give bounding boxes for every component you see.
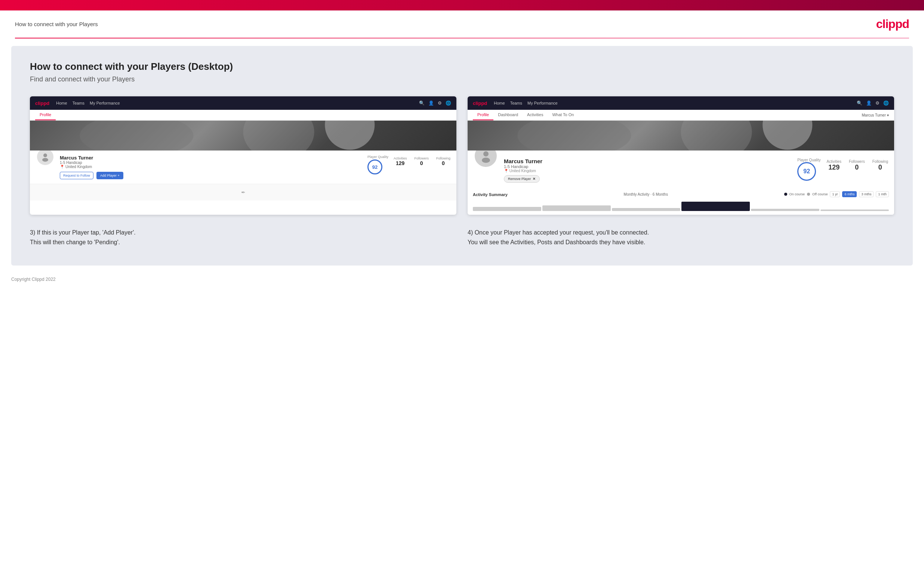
settings-icon-right[interactable]: ⚙ (876, 100, 880, 106)
quality-circle-left: 92 (367, 160, 382, 174)
nav-right-left: 🔍 👤 ⚙ 🌐 (419, 100, 451, 106)
globe-icon-right[interactable]: 🌐 (883, 100, 889, 106)
logo: clippd (876, 17, 909, 31)
on-course-dot (784, 193, 787, 196)
profile-banner-right (468, 121, 894, 150)
quality-label-right: Player Quality (797, 158, 821, 162)
time-1mth-btn[interactable]: 1 mth (876, 191, 889, 197)
tab-profile-right[interactable]: Profile (473, 110, 493, 120)
svg-point-3 (482, 158, 490, 163)
activity-summary: Activity Summary Monthly Activity · 6 Mo… (468, 187, 894, 215)
app-nav-right: clippd Home Teams My Performance 🔍 👤 ⚙ 🌐 (468, 96, 894, 110)
chart-bar-4 (682, 201, 750, 211)
breadcrumb: How to connect with your Players (15, 21, 98, 27)
search-icon-right[interactable]: 🔍 (857, 100, 862, 106)
nav-logo-left: clippd (35, 100, 49, 106)
nav-logo-right: clippd (473, 100, 487, 106)
header: How to connect with your Players clippd (0, 10, 924, 38)
activity-header: Activity Summary Monthly Activity · 6 Mo… (473, 191, 889, 198)
off-course-dot (807, 193, 810, 196)
screenshots-row: clippd Home Teams My Performance 🔍 👤 ⚙ 🌐… (30, 96, 894, 215)
add-player-label: Add Player + (100, 174, 120, 177)
tabs-group-right: Profile Dashboard Activities What To On (473, 110, 578, 120)
action-buttons-left: Request to Follow Add Player + (60, 172, 362, 179)
activity-controls: On course Off course 1 yr 6 mths 3 mths … (784, 191, 889, 197)
descriptions-row: 3) If this is your Player tap, 'Add Play… (30, 228, 894, 247)
profile-banner-left (30, 121, 456, 150)
tab-bar-right: Profile Dashboard Activities What To On … (468, 110, 894, 121)
nav-performance-left[interactable]: My Performance (90, 101, 120, 105)
description-text-left: 3) If this is your Player tap, 'Add Play… (30, 228, 456, 247)
tab-bar-left: Profile (30, 110, 456, 121)
time-3mths-btn[interactable]: 3 mths (859, 191, 874, 197)
player-name-left: Marcus Turner (60, 155, 362, 161)
player-name-right: Marcus Turner (504, 158, 791, 164)
add-player-button[interactable]: Add Player + (97, 172, 123, 179)
settings-icon-left[interactable]: ⚙ (438, 100, 442, 106)
tab-profile-left[interactable]: Profile (35, 110, 56, 120)
stat-followers-right: Followers 0 (849, 160, 865, 171)
page-subtitle: Find and connect with your Players (30, 76, 894, 83)
activity-chart (473, 201, 889, 211)
country-left: 📍 United Kingdom (60, 165, 362, 169)
nav-teams-left[interactable]: Teams (73, 101, 84, 105)
on-course-label: On course (790, 192, 805, 196)
close-icon-remove: ✕ (533, 177, 536, 181)
user-icon-left[interactable]: 👤 (428, 100, 434, 106)
description-left: 3) If this is your Player tap, 'Add Play… (30, 228, 456, 247)
globe-icon-left[interactable]: 🌐 (446, 100, 451, 106)
screenshot-left: clippd Home Teams My Performance 🔍 👤 ⚙ 🌐… (30, 96, 456, 215)
nav-performance-right[interactable]: My Performance (527, 101, 558, 105)
remove-player-label: Remove Player (508, 177, 531, 181)
remove-player-button[interactable]: Remove Player ✕ (504, 175, 540, 183)
banner-overlay-left (30, 121, 456, 150)
chart-bar-3 (612, 208, 680, 211)
chart-bar-1 (473, 207, 541, 211)
copyright: Copyright Clippd 2022 (11, 277, 56, 282)
nav-home-left[interactable]: Home (56, 101, 67, 105)
off-course-label: Off course (812, 192, 827, 196)
profile-section-right: Marcus Turner 1-5 Handicap 📍 United King… (468, 150, 894, 187)
profile-top-left: Marcus Turner 1-5 Handicap 📍 United King… (36, 155, 451, 179)
stats-left: Activities 129 Followers 0 Following 0 (394, 156, 451, 166)
handicap-right: 1-5 Handicap (504, 164, 791, 169)
chart-bar-2 (542, 205, 611, 211)
request-follow-button[interactable]: Request to Follow (60, 172, 94, 179)
country-right: 📍 United Kingdom (504, 169, 791, 173)
description-right: 4) Once your Player has accepted your re… (468, 228, 894, 247)
svg-point-1 (42, 158, 48, 162)
svg-point-2 (483, 151, 489, 156)
activity-title: Activity Summary (473, 192, 507, 197)
time-1yr-btn[interactable]: 1 yr (830, 191, 840, 197)
svg-point-0 (44, 153, 47, 157)
nav-home-right[interactable]: Home (494, 101, 505, 105)
stat-activities-right: Activities 129 (827, 160, 842, 171)
chart-bar-6 (821, 210, 889, 211)
stat-followers-left: Followers 0 (414, 156, 429, 166)
screenshot-bottom-left: ✒ (30, 184, 456, 201)
profile-section-left: Marcus Turner 1-5 Handicap 📍 United King… (30, 150, 456, 184)
nav-items-left: Home Teams My Performance (56, 101, 120, 105)
page-title: How to connect with your Players (Deskto… (30, 61, 894, 73)
edit-icon-left: ✒ (241, 189, 246, 195)
stat-following-right: Following 0 (872, 160, 888, 171)
chevron-down-icon: ▾ (887, 113, 889, 117)
nav-right-right: 🔍 👤 ⚙ 🌐 (857, 100, 889, 106)
nav-teams-right[interactable]: Teams (510, 101, 522, 105)
description-text-right: 4) Once your Player has accepted your re… (468, 228, 894, 247)
banner-overlay-right (468, 121, 894, 150)
tab-what-to-on-right[interactable]: What To On (548, 110, 578, 120)
footer: Copyright Clippd 2022 (0, 273, 924, 289)
user-dropdown[interactable]: Marcus Turner ▾ (862, 113, 889, 117)
time-6mths-btn[interactable]: 6 mths (842, 191, 857, 197)
search-icon-left[interactable]: 🔍 (419, 100, 425, 106)
header-divider (15, 38, 909, 39)
user-icon-right[interactable]: 👤 (866, 100, 872, 106)
tab-dashboard-right[interactable]: Dashboard (493, 110, 523, 120)
stat-activities-left: Activities 129 (394, 156, 407, 166)
stat-following-left: Following 0 (436, 156, 451, 166)
nav-items-right: Home Teams My Performance (494, 101, 557, 105)
screenshot-right: clippd Home Teams My Performance 🔍 👤 ⚙ 🌐… (468, 96, 894, 215)
quality-label-left: Player Quality (367, 155, 388, 159)
tab-activities-right[interactable]: Activities (523, 110, 548, 120)
